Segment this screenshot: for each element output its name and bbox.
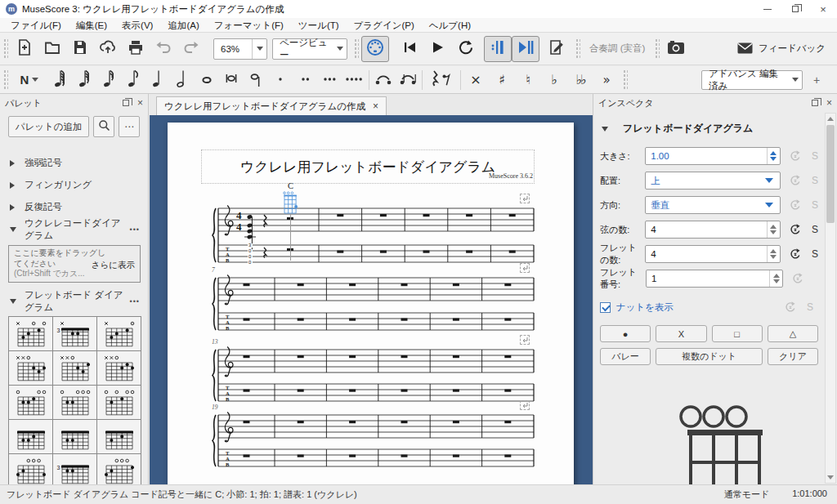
- publish-button[interactable]: [94, 36, 122, 62]
- flat-button[interactable]: ♭: [541, 69, 567, 91]
- section-more-icon[interactable]: •••: [130, 297, 140, 306]
- restore-button[interactable]: [781, 0, 809, 18]
- rewind-button[interactable]: [396, 36, 423, 62]
- rest-button[interactable]: [424, 67, 459, 93]
- sharp-button[interactable]: ♯: [489, 69, 515, 91]
- augmentation-dot-4-button[interactable]: [342, 69, 367, 91]
- triangle-marker-button[interactable]: △: [768, 325, 818, 342]
- midi-input-toggle[interactable]: [361, 36, 389, 62]
- chord-diagram-item-8[interactable]: [97, 386, 141, 419]
- inspector-scrollbar[interactable]: [825, 113, 836, 484]
- reset-icon[interactable]: [789, 248, 802, 261]
- note-half-button[interactable]: [171, 69, 195, 91]
- note-eighth-button[interactable]: [122, 69, 146, 91]
- set-as-style-button[interactable]: S: [812, 199, 818, 211]
- workspace-select[interactable]: アドバンス 編集済み: [701, 70, 803, 90]
- field-select[interactable]: 垂直: [645, 196, 781, 214]
- clear-button[interactable]: クリア: [768, 348, 818, 365]
- augmentation-dot-2-button[interactable]: [293, 69, 318, 91]
- chord-diagram-item-12[interactable]: [9, 454, 52, 484]
- palette-drop-area[interactable]: ここに要素をドラッグし てください (Ctrl+Shift でカス... さらに…: [8, 245, 141, 283]
- chord-diagram-item-9[interactable]: [9, 420, 52, 453]
- title-frame[interactable]: ウクレレ用フレットボードダイアグラム: [201, 149, 535, 184]
- metronome-button[interactable]: [543, 36, 571, 62]
- toolbar-grip[interactable]: [575, 38, 580, 60]
- cross-marker-button[interactable]: X: [656, 325, 706, 342]
- menu-item-4[interactable]: フォーマット(F): [207, 18, 291, 33]
- menu-item-3[interactable]: 追加(A): [160, 18, 206, 33]
- system-break-marker[interactable]: [520, 194, 530, 203]
- system-break-marker[interactable]: [520, 400, 530, 410]
- chord-diagram-item-2[interactable]: [97, 317, 141, 350]
- chord-diagram-item-10[interactable]: [53, 420, 96, 453]
- double-flat-button[interactable]: ♭♭: [567, 69, 593, 91]
- chord-diagram-item-1[interactable]: 3: [53, 317, 96, 350]
- spin-arrows-icon[interactable]: [767, 246, 780, 262]
- score-version-text[interactable]: MuseScore 3.6.2: [489, 172, 533, 180]
- system-break-marker[interactable]: [520, 263, 530, 273]
- field-select[interactable]: 上: [645, 172, 781, 190]
- undo-button[interactable]: [150, 36, 177, 62]
- toolbar-grip[interactable]: [3, 38, 8, 60]
- play-repeats-toggle[interactable]: [484, 36, 512, 62]
- system-break-marker[interactable]: [520, 335, 530, 345]
- score-canvas[interactable]: TAB443000TABTABTAB ウクレレ用フレットボードダイアグラム Mu…: [150, 115, 593, 484]
- toolbar-grip[interactable]: [3, 69, 8, 91]
- note-quarter-button[interactable]: [146, 69, 171, 91]
- chord-diagram-item-5[interactable]: [97, 351, 141, 385]
- set-as-style-button[interactable]: S: [807, 301, 813, 313]
- fretboard-editor-preview[interactable]: [654, 402, 777, 484]
- menu-item-1[interactable]: 編集(E): [69, 18, 114, 33]
- save-button[interactable]: [66, 36, 94, 62]
- note-breve-button[interactable]: [220, 69, 244, 91]
- undock-icon[interactable]: [812, 100, 818, 106]
- natural-button[interactable]: ♮: [515, 69, 541, 91]
- open-file-button[interactable]: [38, 36, 66, 62]
- flip-direction-button[interactable]: »: [593, 69, 620, 91]
- multidot-button[interactable]: 複数のドット: [656, 348, 763, 365]
- chord-diagram-item-4[interactable]: [53, 351, 96, 385]
- set-as-style-button[interactable]: S: [812, 224, 818, 235]
- chord-diagram-item-0[interactable]: [9, 317, 52, 350]
- palette-section-3[interactable]: ウクレレコードダイアグラム•••: [0, 218, 148, 240]
- tie-button[interactable]: [371, 69, 396, 91]
- score-title[interactable]: ウクレレ用フレットボードダイアグラム: [240, 158, 495, 176]
- toolbar-grip[interactable]: [354, 38, 359, 60]
- reset-icon[interactable]: [791, 272, 804, 285]
- chord-diagram-item-11[interactable]: [97, 420, 141, 453]
- show-nut-checkbox[interactable]: [600, 302, 611, 313]
- chord-diagram-item-3[interactable]: [9, 351, 52, 385]
- toolbar-grip[interactable]: [655, 38, 660, 60]
- set-as-style-button[interactable]: S: [812, 150, 818, 162]
- set-as-style-button[interactable]: S: [812, 175, 818, 186]
- field-spinbox[interactable]: 1: [646, 270, 783, 288]
- play-button[interactable]: [423, 36, 451, 62]
- feedback-button[interactable]: フィードバック: [737, 42, 826, 56]
- field-spinbox[interactable]: 1.00: [645, 147, 781, 165]
- palette-section-1[interactable]: フィンガリング: [0, 174, 148, 196]
- palette-section-2[interactable]: 反復記号: [0, 196, 148, 218]
- toolbar-grip[interactable]: [623, 69, 628, 91]
- menu-item-7[interactable]: ヘルプ(H): [422, 18, 478, 33]
- add-workspace-button[interactable]: +: [808, 71, 826, 89]
- print-button[interactable]: [122, 36, 150, 62]
- chord-symbol[interactable]: C: [288, 181, 293, 190]
- scroll-down-icon[interactable]: [826, 472, 835, 483]
- loop-playback-button[interactable]: [451, 36, 479, 62]
- redo-button[interactable]: [177, 36, 205, 62]
- reset-icon[interactable]: [784, 301, 797, 314]
- new-score-button[interactable]: [11, 36, 38, 62]
- scrollbar-thumb[interactable]: [826, 125, 835, 223]
- note-whole-button[interactable]: [195, 69, 220, 91]
- palette-more-button[interactable]: ⋯: [119, 116, 140, 137]
- note-32nd-button[interactable]: [73, 69, 97, 91]
- palette-section-fretboard-diagrams[interactable]: フレットボード ダイアグラム •••: [0, 290, 148, 312]
- zoom-select[interactable]: 63%: [213, 38, 267, 60]
- chord-diagram-item-7[interactable]: [53, 386, 96, 419]
- menu-item-2[interactable]: 表示(V): [114, 18, 160, 33]
- pan-score-toggle[interactable]: [512, 36, 539, 62]
- selected-fretboard-diagram[interactable]: [283, 191, 298, 216]
- note-longa-button[interactable]: [244, 69, 269, 91]
- augmentation-dot-3-button[interactable]: [318, 69, 342, 91]
- menu-item-0[interactable]: ファイル(F): [3, 18, 69, 33]
